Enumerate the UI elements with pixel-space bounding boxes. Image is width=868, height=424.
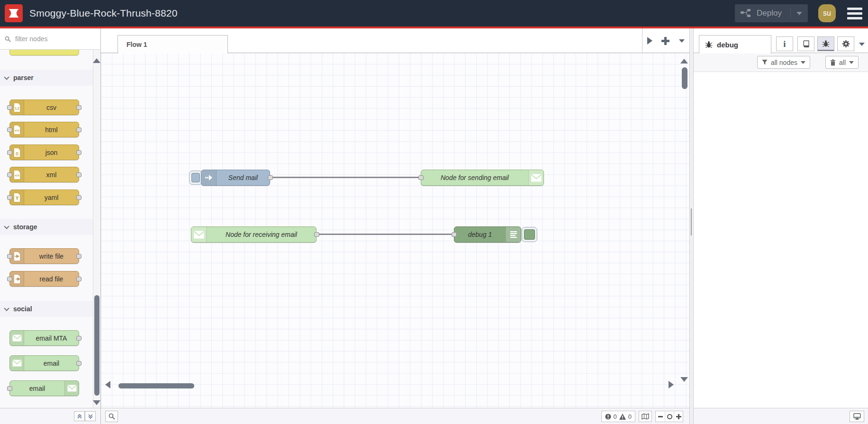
palette-node-write-file[interactable]: write file bbox=[9, 248, 79, 264]
workspace: Flow 1 bbox=[101, 28, 689, 424]
tab-controls bbox=[642, 28, 689, 53]
monitor-icon bbox=[853, 413, 861, 420]
header-actions: Deploy su bbox=[735, 4, 863, 22]
flow-list-dropdown[interactable] bbox=[679, 39, 685, 43]
canvas-scroll-up-arrow[interactable] bbox=[680, 59, 688, 63]
palette-node-yaml[interactable]: Y yaml bbox=[9, 189, 79, 205]
scroll-down-arrow[interactable] bbox=[93, 400, 100, 405]
palette-scroll-area: parser 1,2 csv <> bbox=[0, 50, 93, 408]
expand-all-categories-button[interactable] bbox=[85, 411, 96, 421]
palette-node-html[interactable]: <> html bbox=[9, 122, 79, 137]
open-debug-window-button[interactable] bbox=[850, 411, 864, 422]
node-port bbox=[76, 127, 81, 132]
palette-category-parser[interactable]: parser bbox=[0, 70, 93, 86]
error-icon bbox=[605, 414, 611, 420]
header: Smoggy-Blue-Rock-Thrush-8820 Deploy su bbox=[0, 0, 868, 27]
palette-node-json[interactable]: {} json bbox=[9, 144, 79, 160]
canvas-vscroll-thumb[interactable] bbox=[682, 67, 687, 89]
scroll-up-arrow[interactable] bbox=[93, 58, 100, 63]
node-red-app: Smoggy-Blue-Rock-Thrush-8820 Deploy su bbox=[0, 0, 868, 424]
user-avatar[interactable]: su bbox=[818, 4, 836, 22]
help-tab-button[interactable] bbox=[797, 36, 814, 51]
node-port bbox=[76, 361, 81, 366]
palette-node-email-mta[interactable]: email MTA bbox=[9, 330, 79, 346]
debug-tab-button[interactable] bbox=[817, 36, 834, 51]
tab-flow-1[interactable]: Flow 1 bbox=[118, 35, 228, 54]
flow-canvas[interactable]: Send mail Node for sending email bbox=[101, 53, 689, 408]
canvas-scroll-left-arrow[interactable] bbox=[105, 381, 110, 388]
deploy-options-button[interactable] bbox=[790, 8, 802, 18]
info-tab-button[interactable]: i bbox=[776, 36, 793, 51]
tab-debug[interactable]: debug bbox=[699, 35, 771, 54]
debug-toggle-button[interactable] bbox=[522, 227, 537, 242]
chevron-down-icon bbox=[801, 61, 805, 64]
node-port bbox=[76, 254, 81, 259]
inject-trigger-button[interactable] bbox=[189, 171, 202, 185]
input-port[interactable] bbox=[418, 175, 424, 180]
config-nodes-tab-button[interactable] bbox=[837, 36, 854, 51]
palette-node-clipped[interactable] bbox=[9, 50, 79, 55]
flow-status-indicator[interactable]: 0 0 bbox=[601, 411, 635, 422]
svg-text:<>: <> bbox=[15, 173, 19, 178]
separator-drag-handle[interactable] bbox=[691, 208, 692, 235]
palette-scrollbar[interactable] bbox=[93, 50, 100, 408]
next-tab-icon[interactable] bbox=[647, 37, 652, 45]
palette-category-storage[interactable]: storage bbox=[0, 219, 93, 235]
envelope-icon bbox=[10, 331, 24, 345]
add-flow-button[interactable] bbox=[661, 37, 669, 45]
canvas-scroll-right-arrow[interactable] bbox=[669, 381, 674, 388]
palette-node-csv[interactable]: 1,2 csv bbox=[9, 99, 79, 115]
wire-email-to-debug[interactable] bbox=[317, 234, 452, 235]
deploy-button[interactable]: Deploy bbox=[735, 4, 808, 22]
canvas-footer: 0 0 bbox=[101, 408, 689, 424]
canvas-scroll-down-arrow[interactable] bbox=[680, 377, 688, 382]
palette-node-read-file[interactable]: read file bbox=[9, 271, 79, 287]
main-menu-button[interactable] bbox=[846, 6, 863, 21]
wire-inject-to-email[interactable] bbox=[270, 177, 421, 178]
flow-node-receiving-email[interactable]: Node for receiving email bbox=[191, 226, 316, 243]
sidebar-separator[interactable] bbox=[689, 28, 694, 424]
palette-category-social[interactable]: social bbox=[0, 301, 93, 317]
node-red-logo-icon bbox=[5, 4, 23, 22]
flow-node-debug-1[interactable]: debug 1 bbox=[454, 226, 521, 243]
node-port bbox=[76, 336, 81, 341]
chevron-down-icon bbox=[4, 224, 9, 229]
debug-clear-button[interactable]: all bbox=[825, 56, 859, 69]
debug-filter-button[interactable]: all nodes bbox=[757, 56, 810, 69]
zoom-reset-button[interactable] bbox=[665, 411, 674, 422]
deploy-icon bbox=[741, 9, 752, 18]
node-port bbox=[7, 386, 12, 391]
palette-node-xml[interactable]: <> xml bbox=[9, 167, 79, 182]
canvas-hscroll-thumb[interactable] bbox=[118, 383, 194, 388]
palette-node-email-in[interactable]: email bbox=[9, 355, 79, 371]
node-port bbox=[76, 105, 81, 110]
flow-node-send-mail[interactable]: Send mail bbox=[201, 170, 270, 186]
output-port[interactable] bbox=[314, 232, 319, 237]
canvas-search-button[interactable] bbox=[105, 411, 118, 422]
zoom-in-button[interactable] bbox=[674, 411, 683, 422]
debug-messages-panel bbox=[694, 72, 868, 408]
warning-icon bbox=[619, 414, 626, 420]
collapse-all-categories-button[interactable] bbox=[74, 411, 85, 421]
navigator-button[interactable] bbox=[639, 411, 652, 422]
inject-icon bbox=[201, 170, 217, 185]
filter-nodes-input[interactable] bbox=[14, 35, 85, 43]
chevron-down-icon bbox=[4, 306, 9, 311]
output-port[interactable] bbox=[268, 175, 273, 180]
zoom-out-button[interactable] bbox=[656, 411, 665, 422]
bug-icon bbox=[705, 41, 713, 48]
input-port[interactable] bbox=[452, 232, 457, 237]
flow-node-sending-email[interactable]: Node for sending email bbox=[421, 170, 544, 186]
envelope-icon bbox=[10, 356, 24, 370]
book-icon bbox=[803, 40, 810, 48]
filter-funnel-icon bbox=[762, 59, 768, 65]
node-port bbox=[7, 150, 12, 155]
palette-node-email-out[interactable]: email bbox=[9, 380, 79, 396]
info-icon: i bbox=[783, 39, 786, 49]
palette-search[interactable] bbox=[0, 28, 100, 50]
node-port bbox=[7, 254, 12, 259]
map-icon bbox=[642, 413, 649, 420]
canvas-footer-controls: 0 0 bbox=[601, 411, 683, 422]
sidebar-options-dropdown[interactable] bbox=[859, 43, 865, 46]
scrollbar-thumb[interactable] bbox=[94, 295, 99, 396]
